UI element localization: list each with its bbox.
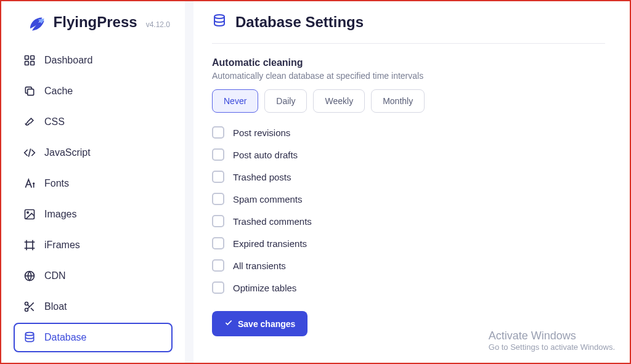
svg-rect-1 (31, 56, 35, 60)
sidebar-item-label: Images (44, 209, 76, 220)
check-row-post-revisions: Post revisions (212, 126, 605, 139)
globe-icon (23, 270, 36, 282)
brand-name: FlyingPress (54, 14, 137, 31)
sidebar-item-label: Dashboard (44, 55, 92, 66)
check-label: Post revisions (233, 127, 290, 138)
checkbox[interactable] (212, 215, 224, 227)
sidebar-item-label: JavaScript (44, 147, 91, 158)
sidebar-item-label: CSS (44, 116, 65, 127)
checkbox[interactable] (212, 237, 224, 249)
checkbox[interactable] (212, 281, 224, 294)
check-icon (224, 318, 233, 329)
image-icon (23, 208, 36, 220)
brush-icon (23, 116, 36, 128)
svg-rect-4 (28, 89, 34, 95)
check-label: Post auto drafts (233, 150, 298, 160)
frequency-option-never[interactable]: Never (212, 89, 258, 113)
svg-point-23 (214, 15, 224, 18)
sidebar-item-fonts[interactable]: Fonts (14, 169, 173, 198)
frequency-option-daily[interactable]: Daily (264, 89, 307, 113)
checkbox[interactable] (212, 171, 224, 183)
checkbox[interactable] (212, 148, 224, 161)
check-label: Trashed comments (233, 216, 312, 227)
font-icon (23, 177, 36, 190)
save-button-label: Save changes (238, 319, 295, 329)
checkbox[interactable] (212, 126, 224, 139)
database-icon (23, 331, 36, 344)
sidebar-item-dashboard[interactable]: Dashboard (14, 46, 173, 75)
brand-row: FlyingPress v4.12.0 (1, 14, 185, 46)
svg-line-5 (28, 148, 30, 156)
section-description: Automatically clean database at specifie… (212, 71, 605, 81)
save-changes-button[interactable]: Save changes (212, 311, 307, 336)
sidebar-item-images[interactable]: Images (14, 200, 173, 229)
sidebar-item-iframes[interactable]: iFrames (14, 230, 173, 260)
check-row-trashed-posts: Trashed posts (212, 171, 605, 183)
sidebar-item-label: Fonts (44, 178, 69, 189)
sidebar-item-label: Bloat (44, 301, 67, 312)
section-automatic-cleaning: Automatic cleaning Automatically clean d… (212, 57, 605, 336)
sidebar-item-cdn[interactable]: CDN (14, 261, 173, 291)
checkbox[interactable] (212, 259, 224, 272)
sidebar-nav: Dashboard Cache CSS JavaScript (1, 46, 185, 352)
check-label: Expired transients (233, 238, 307, 249)
check-label: Spam comments (233, 194, 303, 204)
svg-rect-2 (25, 62, 29, 65)
cleaning-checklist: Post revisions Post auto drafts Trashed … (212, 126, 605, 294)
check-label: Trashed posts (233, 172, 291, 182)
frequency-option-monthly[interactable]: Monthly (371, 89, 425, 113)
check-row-trashed-comments: Trashed comments (212, 215, 605, 227)
svg-rect-0 (25, 56, 29, 60)
check-row-expired-transients: Expired transients (212, 237, 605, 249)
page-header: Database Settings (212, 14, 605, 44)
check-row-spam-comments: Spam comments (212, 193, 605, 205)
sidebar-item-label: iFrames (44, 240, 80, 251)
sidebar-item-database[interactable]: Database (14, 323, 173, 352)
section-title: Automatic cleaning (212, 57, 605, 68)
sidebar-item-label: Cache (44, 86, 73, 97)
check-label: Optimize tables (233, 283, 296, 293)
sidebar-item-css[interactable]: CSS (14, 107, 173, 137)
copy-icon (23, 85, 36, 97)
svg-line-20 (31, 308, 34, 311)
page-title: Database Settings (235, 14, 364, 31)
check-label: All transients (233, 261, 286, 271)
check-row-all-transients: All transients (212, 259, 605, 272)
svg-point-17 (25, 302, 28, 305)
brand-logo-icon (27, 14, 47, 34)
grid-icon (23, 54, 36, 67)
check-row-post-auto-drafts: Post auto drafts (212, 148, 605, 161)
sidebar-item-javascript[interactable]: JavaScript (14, 138, 173, 168)
check-row-optimize-tables: Optimize tables (212, 281, 605, 294)
frequency-option-weekly[interactable]: Weekly (313, 89, 365, 113)
sidebar-item-label: Database (44, 332, 87, 343)
svg-rect-3 (31, 62, 35, 65)
sidebar-item-bloat[interactable]: Bloat (14, 292, 173, 322)
database-icon (212, 14, 227, 31)
svg-point-18 (25, 309, 28, 312)
frame-icon (23, 239, 36, 251)
brand-version: v4.12.0 (146, 20, 170, 29)
svg-line-21 (28, 305, 30, 307)
scissors-icon (23, 301, 36, 313)
sidebar-item-cache[interactable]: Cache (14, 76, 173, 106)
svg-point-10 (27, 212, 29, 214)
code-icon (23, 147, 36, 159)
sidebar: FlyingPress v4.12.0 Dashboard Cache (1, 1, 185, 363)
sidebar-item-label: CDN (44, 270, 66, 281)
checkbox[interactable] (212, 193, 224, 205)
main-panel: Database Settings Automatic cleaning Aut… (193, 1, 630, 363)
svg-point-22 (25, 333, 33, 336)
frequency-group: Never Daily Weekly Monthly (212, 89, 605, 113)
